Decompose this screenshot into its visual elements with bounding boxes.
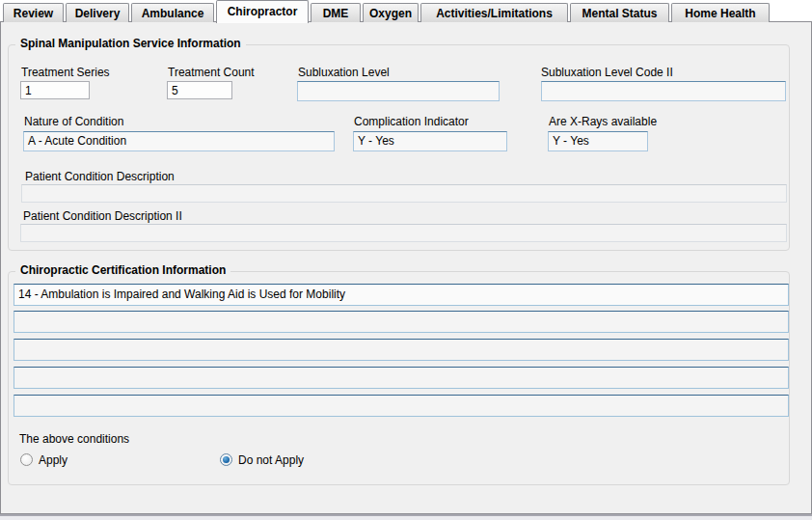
certification-condition-field-2[interactable] [14, 311, 789, 333]
tab-delivery[interactable]: Delivery [66, 3, 129, 22]
apply-radio[interactable] [20, 453, 33, 466]
do-not-apply-radio-label[interactable]: Do not Apply [238, 453, 304, 467]
patient-condition-description-field[interactable] [21, 184, 787, 203]
certification-condition-field-3[interactable] [14, 339, 789, 361]
chiropractic-certification-group-title: Chiropractic Certification Information [15, 263, 230, 277]
certification-condition-field-1[interactable]: 14 - Ambulation is Impaired and Walking … [14, 284, 789, 306]
subluxation-level-code2-label: Subluxation Level Code II [541, 66, 673, 79]
xrays-available-label: Are X-Rays available [549, 115, 657, 128]
certification-condition-field-4[interactable] [14, 367, 789, 389]
patient-condition-description2-label: Patient Condition Description II [23, 209, 182, 223]
subluxation-level-label: Subluxation Level [298, 66, 390, 79]
chiropractor-form-window: Review Delivery Ambulance Chiropractor D… [0, 0, 812, 520]
complication-indicator-label: Complication Indicator [354, 115, 469, 128]
xrays-available-field[interactable]: Y - Yes [548, 131, 648, 151]
spinal-manipulation-group-title: Spinal Manipulation Service Information [15, 37, 246, 50]
certification-condition-field-5[interactable] [14, 395, 789, 417]
patient-condition-description2-field[interactable] [20, 224, 787, 242]
above-conditions-label: The above conditions [19, 432, 129, 446]
tab-home-health[interactable]: Home Health [671, 3, 770, 22]
subluxation-level-field[interactable] [297, 81, 500, 101]
nature-of-condition-field[interactable]: A - Acute Condition [23, 131, 335, 151]
tab-dme[interactable]: DME [311, 3, 361, 22]
subluxation-level-code2-field[interactable] [541, 81, 786, 101]
nature-of-condition-label: Nature of Condition [24, 115, 123, 128]
apply-radio-label[interactable]: Apply [39, 453, 68, 467]
tab-review[interactable]: Review [3, 3, 64, 22]
tab-oxygen[interactable]: Oxygen [363, 3, 419, 22]
complication-indicator-field[interactable]: Y - Yes [353, 131, 507, 151]
tab-ambulance[interactable]: Ambulance [131, 3, 214, 22]
treatment-count-label: Treatment Count [168, 66, 255, 79]
do-not-apply-radio[interactable] [220, 453, 232, 466]
tab-mental-status[interactable]: Mental Status [570, 3, 669, 22]
patient-condition-description-label: Patient Condition Description [25, 170, 175, 183]
treatment-series-label: Treatment Series [21, 66, 110, 79]
treatment-count-field[interactable]: 5 [167, 81, 232, 99]
tab-chiropractor[interactable]: Chiropractor [216, 0, 309, 23]
treatment-series-field[interactable]: 1 [20, 81, 90, 99]
window-bottom-edge [0, 514, 812, 520]
tab-activities-limitations[interactable]: Activities/Limitations [420, 3, 568, 22]
